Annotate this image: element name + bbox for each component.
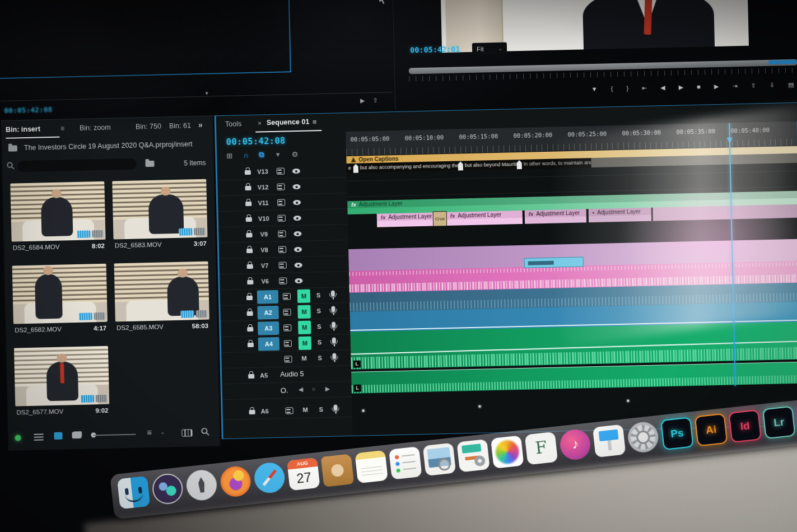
mute-button[interactable]: M <box>297 305 311 319</box>
add-keyframe-icon[interactable]: ○ <box>312 385 316 392</box>
source-patch-icon[interactable] <box>277 168 285 175</box>
clip-thumbnail[interactable] <box>14 346 109 407</box>
clip-name[interactable]: DS2_6584.MOV <box>13 244 60 251</box>
track-lock-icon[interactable] <box>247 311 253 316</box>
source-patch-icon[interactable] <box>283 324 291 331</box>
source-patch-icon[interactable] <box>277 184 285 190</box>
track-lock-icon[interactable] <box>245 202 251 206</box>
transport-button[interactable]: ■ <box>697 83 701 91</box>
video-track-label[interactable]: V12 <box>254 184 271 191</box>
transport-button[interactable]: ◀ <box>660 84 665 91</box>
itunes-icon[interactable]: ♪ <box>558 428 592 461</box>
caption-clip[interactable]: but also beyond Mauritius <box>463 160 517 170</box>
clip-name[interactable]: DS2_6582.MOV <box>15 326 62 334</box>
tab-sequence-01[interactable]: Sequence 01 <box>267 118 310 127</box>
indesign-icon[interactable]: Id <box>728 409 762 443</box>
clip-name[interactable]: DS2_6583.MOV <box>115 241 162 249</box>
tab-bin-61[interactable]: Bin: 61 <box>169 122 191 130</box>
track-visibility-icon[interactable] <box>293 200 301 205</box>
adjustment-layer-clip[interactable]: fx Adjustment Layer <box>446 211 523 226</box>
mute-button[interactable]: M <box>297 290 311 304</box>
timeline-marker-dot[interactable] <box>477 404 482 409</box>
adjustment-layer-clip[interactable]: ▪ Adjustment Layer <box>589 208 652 223</box>
video-track-label[interactable]: V13 <box>254 168 271 175</box>
audio-track-label[interactable]: A6 <box>260 408 268 414</box>
linked-selection-icon[interactable]: ⧉ <box>259 150 264 159</box>
transport-button[interactable]: { <box>610 85 613 92</box>
source-scrubber[interactable] <box>1 92 393 101</box>
panel-menu-icon[interactable]: ≡ <box>60 124 64 132</box>
program-zoom-scrollbar[interactable] <box>768 60 797 64</box>
track-visibility-icon[interactable] <box>295 278 302 283</box>
clip-thumbnail[interactable] <box>12 264 108 324</box>
sequence-settings-icon[interactable]: ⊞ <box>226 151 232 160</box>
photoshop-icon[interactable]: Ps <box>660 417 694 450</box>
track-lock-icon[interactable] <box>247 327 253 332</box>
transport-button[interactable]: ▶ <box>714 83 719 90</box>
finder-icon[interactable] <box>117 476 151 510</box>
bin-clip[interactable]: DS2_6582.MOV 4:17 <box>12 264 108 334</box>
tab-overflow-chevron[interactable]: » <box>198 120 203 129</box>
freeform-view-icon[interactable] <box>72 432 81 438</box>
timeline-settings-wrench-icon[interactable]: ⚙ <box>292 150 299 158</box>
caption-marker[interactable] <box>458 161 463 170</box>
new-bin-folder-icon[interactable] <box>145 161 154 167</box>
reminders-icon[interactable] <box>389 446 422 480</box>
tab-bin-750[interactable]: Bin: 750 <box>136 122 161 130</box>
panel-menu-icon[interactable]: ≡ <box>313 118 317 126</box>
source-export-button[interactable]: ⇧ <box>372 97 378 104</box>
tab-tools[interactable]: Tools <box>225 120 241 128</box>
transport-button[interactable]: ▤ <box>788 81 794 88</box>
source-patch-icon[interactable] <box>277 199 285 206</box>
track-lock-icon[interactable] <box>246 217 252 222</box>
find-icon[interactable] <box>201 427 209 436</box>
video-track-label[interactable]: V10 <box>255 215 272 222</box>
image-capture-icon[interactable] <box>456 439 490 473</box>
track-lock-icon[interactable] <box>247 280 253 284</box>
adjustment-layer-clip[interactable]: fx Adjustment Layer <box>377 212 436 227</box>
audio-track-label[interactable]: A4 <box>258 337 280 351</box>
video-track-label[interactable]: V9 <box>255 231 272 238</box>
clip-thumbnail[interactable] <box>112 179 207 240</box>
clip-thumbnail[interactable] <box>114 262 209 322</box>
mute-button[interactable]: M <box>301 355 306 362</box>
source-patch-icon[interactable] <box>278 214 286 221</box>
adjustment-layer-clip[interactable]: fx Adjustment Layer <box>525 209 587 223</box>
transport-button[interactable]: ⇥ <box>732 82 738 90</box>
zoom-level-select[interactable]: Fit ⌄ <box>472 42 507 54</box>
timeline-marker-dot[interactable] <box>626 399 630 403</box>
caption-clip[interactable]: e <box>347 164 354 173</box>
source-patch-icon[interactable] <box>285 407 293 414</box>
track-lock-icon[interactable] <box>247 264 253 269</box>
caption-clip[interactable]: but also accompanying and encouraging th… <box>358 161 458 172</box>
icon-view-icon[interactable] <box>54 432 62 440</box>
transport-button[interactable]: } <box>626 85 628 92</box>
transport-button[interactable]: ▶ <box>679 83 684 91</box>
transport-button[interactable]: ▼ <box>591 86 598 93</box>
calendar-icon[interactable]: AUG 27 <box>287 458 320 491</box>
source-playhead-marker[interactable]: ▾ <box>206 90 208 96</box>
clip-name[interactable]: DS2_6585.MOV <box>116 323 164 331</box>
keyframe-marquee-icon[interactable]: O. <box>281 386 288 394</box>
clip-thumbnail[interactable] <box>10 181 105 242</box>
voiceover-record-icon[interactable] <box>331 291 335 297</box>
solo-button[interactable]: S <box>316 292 321 298</box>
firefox-icon[interactable] <box>219 465 253 498</box>
mute-button[interactable]: M <box>298 321 311 335</box>
automate-to-sequence-icon[interactable] <box>181 429 192 436</box>
audio-track-header[interactable]: A6 M S <box>222 402 352 420</box>
add-marker-icon[interactable]: ▼ <box>275 151 281 158</box>
audio-track-label[interactable]: A3 <box>258 321 279 335</box>
source-patch-icon[interactable] <box>283 293 291 300</box>
bin-clip[interactable]: DS2_6584.MOV 8:02 <box>10 181 106 251</box>
close-icon[interactable]: × <box>258 119 262 127</box>
solo-button[interactable]: S <box>318 354 322 361</box>
transport-button[interactable]: ⇤ <box>642 85 647 92</box>
video-track-label[interactable]: V8 <box>256 246 273 254</box>
voiceover-record-icon[interactable] <box>332 353 336 360</box>
voiceover-record-icon[interactable] <box>331 306 335 312</box>
voiceover-record-icon[interactable] <box>332 338 336 344</box>
next-keyframe-icon[interactable]: ▶ <box>325 385 330 393</box>
font-book-icon[interactable]: F <box>525 432 558 465</box>
system-preferences-icon[interactable] <box>627 421 660 454</box>
